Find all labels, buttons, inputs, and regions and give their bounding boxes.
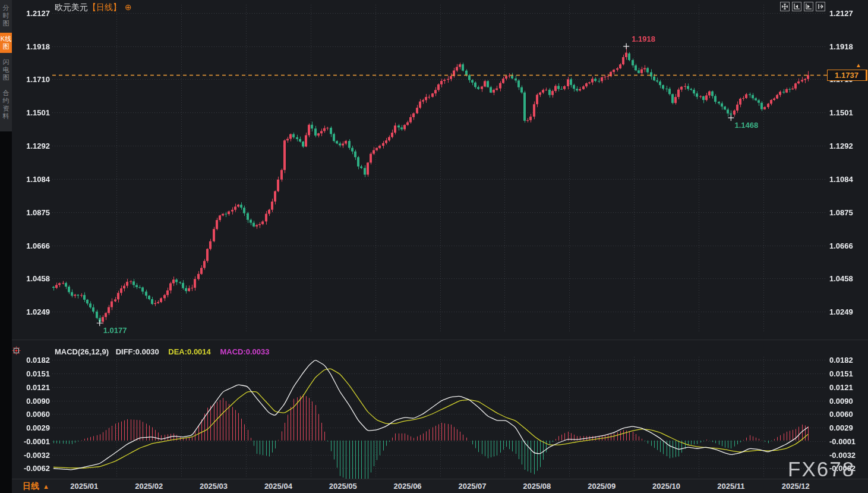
date-tick: 2025/01 — [70, 482, 98, 491]
tab-contract-info[interactable]: 合约资料 — [0, 87, 12, 123]
price-annotation: 1.1918 — [632, 34, 655, 43]
chart-settings-icon[interactable]: ⊕ — [125, 2, 132, 12]
date-tick: 2025/03 — [200, 482, 228, 491]
date-tick: 2025/07 — [458, 482, 486, 491]
macd-diff-value: DIFF:0.0030 — [116, 347, 159, 356]
date-tick: 2025/08 — [523, 482, 551, 491]
scroll-to-price-arrow[interactable]: ▲ — [856, 62, 861, 68]
price-tick-right: 1.1918 — [829, 42, 853, 51]
date-tick: 2025/06 — [394, 482, 422, 491]
chart-canvas[interactable] — [0, 0, 868, 493]
macd-tick-right: -0.0001 — [829, 437, 856, 445]
tab-time-share-chart[interactable]: 分时图 — [0, 2, 12, 30]
sidebar-tabs: 分时图 K线图 闪电图 合约资料 — [0, 0, 12, 131]
macd-tick-right: 0.0029 — [829, 423, 853, 432]
price-tick-right: 1.0458 — [829, 274, 853, 283]
price-tick-right: 1.0249 — [829, 307, 853, 316]
period-tag: 【日线】 — [88, 2, 121, 12]
date-tick: 2025/10 — [652, 482, 680, 491]
chart-title: 欧元美元【日线】 ⊕ — [55, 2, 132, 13]
chart-window: 分时图 K线图 闪电图 合约资料 欧元美元【日线】 ⊕ 1.21271.2127… — [0, 0, 868, 493]
period-label: 日线 — [23, 481, 39, 491]
macd-macd-value: MACD:0.0033 — [220, 347, 269, 356]
price-annotation: 1.0177 — [103, 326, 127, 335]
macd-name: MACD(26,12,9) — [55, 347, 109, 356]
pan-icon[interactable] — [780, 2, 790, 11]
price-tick-right: 1.2127 — [829, 9, 853, 18]
macd-tick-right: 0.0121 — [829, 382, 853, 391]
expand-x-icon[interactable] — [804, 2, 813, 11]
date-tick: 2025/04 — [264, 482, 292, 491]
price-tick-right: 1.0666 — [829, 241, 853, 250]
sidebar: 分时图 K线图 闪电图 合约资料 — [0, 0, 12, 493]
date-tick: 2025/11 — [717, 482, 744, 491]
macd-tick-right: 0.0182 — [829, 356, 853, 365]
tab-kline-chart[interactable]: K线图 — [0, 33, 12, 53]
macd-settings-icon[interactable] — [12, 346, 21, 357]
current-price-value: 1.1737 — [835, 71, 858, 80]
macd-tick-right: 0.0151 — [829, 369, 853, 378]
period-selector[interactable]: 日线▲ — [23, 481, 49, 492]
price-tick-right: 1.1084 — [829, 174, 853, 183]
chart-toolbar — [780, 2, 825, 11]
price-annotation: 1.1468 — [734, 121, 758, 130]
macd-dea-value: DEA:0.0014 — [168, 347, 211, 356]
bottom-bar: 日线▲ 2025/012025/022025/032025/042025/052… — [12, 479, 868, 493]
price-tick-right: 1.1501 — [829, 108, 853, 117]
compress-x-icon[interactable] — [792, 2, 801, 11]
period-dropdown-icon: ▲ — [43, 483, 49, 490]
goto-latest-icon[interactable] — [816, 2, 825, 11]
symbol-name: 欧元美元 — [55, 2, 88, 12]
macd-tick-right: 0.0090 — [829, 396, 853, 405]
price-axis-slider[interactable] — [866, 70, 867, 81]
date-tick: 2025/09 — [588, 482, 616, 491]
brand-watermark: FX678 — [788, 457, 855, 481]
date-tick: 2025/05 — [329, 482, 357, 491]
price-tick-right: 1.1292 — [829, 142, 853, 150]
macd-tick-right: 0.0060 — [829, 410, 853, 419]
date-tick: 2025/12 — [782, 482, 810, 491]
current-price-tag: 1.1737 — [827, 70, 866, 81]
price-tick-right: 1.0875 — [829, 208, 853, 216]
date-tick: 2025/02 — [135, 482, 163, 491]
macd-header: MACD(26,12,9) DIFF:0.0030 DEA:0.0014 MAC… — [55, 347, 270, 356]
tab-lightning-chart[interactable]: 闪电图 — [0, 56, 12, 84]
